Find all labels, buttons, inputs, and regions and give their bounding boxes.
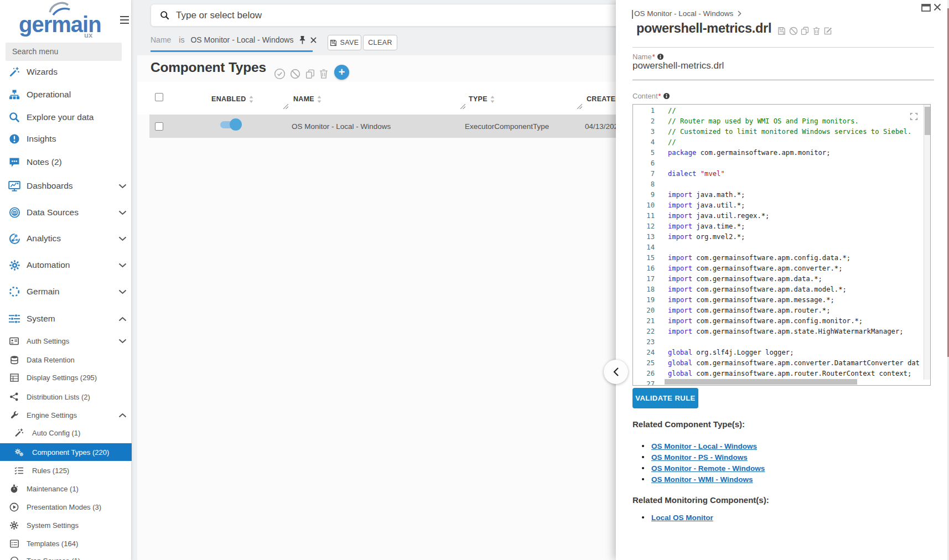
sidebar-item-label: Notes (2) <box>27 157 62 167</box>
dashed-circle-icon <box>7 284 22 299</box>
disable-record-icon[interactable] <box>789 27 798 35</box>
filter-chip[interactable]: Name is OS Monitor - Local - Windows <box>151 33 317 46</box>
sidebar-item-notes-2[interactable]: Notes (2) <box>0 153 132 171</box>
sidebar-item-label: Automation <box>27 260 70 270</box>
sort-icon[interactable] <box>490 96 495 103</box>
chevron-down-icon[interactable] <box>118 289 127 294</box>
related-link[interactable]: Local OS Monitor <box>651 514 713 522</box>
scrollbar-thumb[interactable] <box>665 379 857 385</box>
editor-vertical-scrollbar[interactable] <box>924 105 930 380</box>
hamburger-menu-icon[interactable] <box>120 15 129 24</box>
editor-horizontal-scrollbar[interactable] <box>633 378 925 385</box>
id-card-icon <box>9 336 19 346</box>
filter-remove-icon[interactable] <box>310 37 317 43</box>
sidebar-item-data-retention[interactable]: Data Retention <box>0 351 132 369</box>
column-header-type[interactable]: TYPE <box>469 95 495 103</box>
sidebar-item-system[interactable]: System <box>0 310 132 328</box>
search-placeholder: Type or select below <box>176 10 262 21</box>
sidebar-item-insights[interactable]: Insights <box>0 130 132 148</box>
enabled-toggle[interactable] <box>220 121 240 128</box>
breadcrumb-item[interactable]: OS Monitor - Local - Windows <box>634 9 733 18</box>
sitemap-icon <box>7 87 22 102</box>
maximize-icon[interactable] <box>921 4 931 12</box>
sidebar-item-auth-settings[interactable]: Auth Settings <box>0 332 132 350</box>
code-line: 4// <box>633 137 924 148</box>
sidebar-item-wizards[interactable]: Wizards <box>0 63 132 81</box>
pin-icon[interactable] <box>299 35 306 44</box>
page-title: Component Types <box>151 60 266 75</box>
save-filter-button[interactable]: SAVE <box>328 35 361 50</box>
sidebar-item-automation[interactable]: Automation <box>0 256 132 274</box>
germain-logo-ux: ux <box>84 31 92 39</box>
sidebar-item-maintenance-1[interactable]: Maintenance (1) <box>0 480 132 497</box>
enable-all-icon[interactable] <box>274 68 286 80</box>
name-field-value[interactable]: powershell-metrics.drl <box>632 60 724 71</box>
close-icon[interactable] <box>934 3 941 11</box>
sidebar-item-distribution-lists-2[interactable]: Distribution Lists (2) <box>0 388 132 406</box>
sidebar-item-explore-your-data[interactable]: Explore your data <box>0 108 132 126</box>
sidebar-item-engine-settings[interactable]: Engine Settings <box>0 406 132 424</box>
sidebar-item-rules-125[interactable]: Rules (125) <box>0 462 132 479</box>
related-link[interactable]: OS Monitor - Remote - Windows <box>651 464 765 473</box>
collapse-panel-button[interactable] <box>604 360 628 384</box>
sidebar-item-presentation-modes-3[interactable]: Presentation Modes (3) <box>0 498 132 516</box>
delete-icon[interactable] <box>319 69 329 79</box>
copy-icon[interactable] <box>305 69 315 79</box>
insight-icon <box>7 131 22 147</box>
column-filter-grip[interactable] <box>283 104 288 109</box>
sidebar-item-analytics[interactable]: Analytics <box>0 230 132 247</box>
related-link[interactable]: OS Monitor - PS - Windows <box>651 453 748 462</box>
related-types-list: OS Monitor - Local - WindowsOS Monitor -… <box>642 440 765 485</box>
sidebar-item-germain[interactable]: Germain <box>0 283 132 300</box>
sidebar-item-label: Display Settings (295) <box>27 374 97 382</box>
chevron-up-icon[interactable] <box>118 413 127 418</box>
related-types-heading: Related Component Type(s): <box>632 419 745 429</box>
edit-record-icon[interactable] <box>823 27 832 35</box>
column-header-enabled[interactable]: ENABLED <box>211 95 253 103</box>
sidebar-search-input[interactable]: Search menu <box>6 43 122 61</box>
sidebar-item-dashboards[interactable]: Dashboards <box>0 177 132 195</box>
related-link[interactable]: OS Monitor - Local - Windows <box>651 442 757 450</box>
sidebar-item-display-settings-295[interactable]: Display Settings (295) <box>0 369 132 386</box>
column-filter-grip[interactable] <box>577 104 582 109</box>
related-link[interactable]: OS Monitor - WMI - Windows <box>651 475 753 484</box>
sidebar-item-component-types-220[interactable]: Component Types (220) <box>0 443 132 461</box>
sort-icon[interactable] <box>317 96 321 103</box>
column-header-name[interactable]: NAME <box>293 95 321 103</box>
row-checkbox[interactable] <box>155 122 163 131</box>
code-line: 25global com.germainsoftware.apm.convert… <box>633 358 924 369</box>
name-field-underline <box>632 80 934 80</box>
sidebar-item-data-sources[interactable]: Data Sources <box>0 204 132 221</box>
fullscreen-icon[interactable] <box>910 112 918 121</box>
chevron-down-icon[interactable] <box>118 263 127 268</box>
sort-icon[interactable] <box>249 96 253 103</box>
chevron-down-icon[interactable] <box>118 236 127 241</box>
code-editor[interactable]: 1//2// Router map used by WMI OS and Pin… <box>632 104 931 386</box>
sidebar-item-trap-sources-1[interactable]: Trap Sources (1) <box>0 552 132 560</box>
sidebar-item-operational[interactable]: Operational <box>0 86 132 103</box>
code-line: 8 <box>633 179 924 190</box>
chevron-down-icon[interactable] <box>118 184 127 189</box>
sidebar-item-templates-164[interactable]: Templates (164) <box>0 535 132 552</box>
save-record-icon[interactable] <box>777 27 786 35</box>
related-monitoring-list: Local OS Monitor <box>642 512 713 523</box>
copy-record-icon[interactable] <box>801 27 809 35</box>
column-filter-grip[interactable] <box>460 104 465 109</box>
code-line: 1// <box>633 106 924 116</box>
sidebar-item-system-settings[interactable]: System Settings <box>0 516 132 534</box>
sidebar-item-auto-config-1[interactable]: Auto Config (1) <box>0 424 132 442</box>
chevron-down-icon[interactable] <box>118 210 127 215</box>
delete-record-icon[interactable] <box>812 27 821 35</box>
validate-rule-button[interactable]: VALIDATE RULE <box>632 388 698 408</box>
chevron-up-icon[interactable] <box>118 317 127 322</box>
scrollbar-thumb[interactable] <box>925 107 930 135</box>
clear-filter-button[interactable]: CLEAR <box>363 35 397 50</box>
add-component-type-button[interactable]: + <box>334 65 349 80</box>
breadcrumb[interactable]: OS Monitor - Local - Windows <box>634 9 741 18</box>
select-all-checkbox[interactable] <box>155 93 163 101</box>
disable-all-icon[interactable] <box>290 69 300 79</box>
detail-panel: OS Monitor - Local - Windows powershell-… <box>616 0 949 560</box>
sidebar-item-label: Auth Settings <box>27 337 69 345</box>
sidebar-item-label: System <box>27 314 55 324</box>
chevron-down-icon[interactable] <box>118 339 127 344</box>
